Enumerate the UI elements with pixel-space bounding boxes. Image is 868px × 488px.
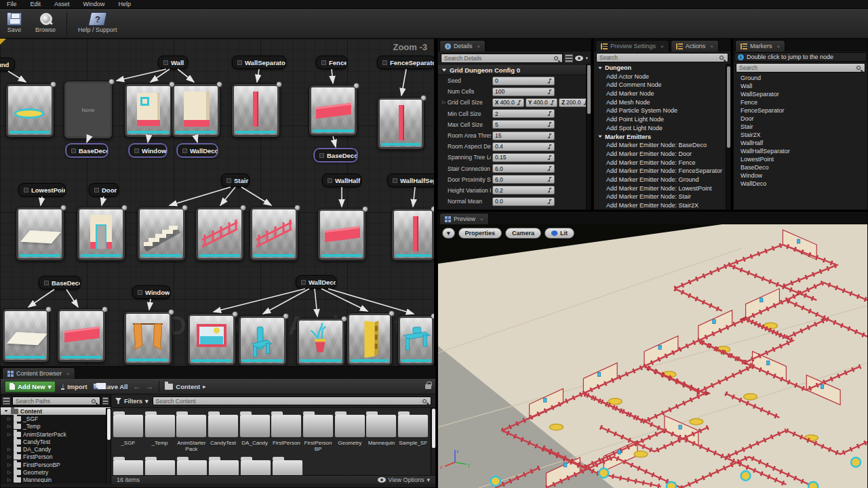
- marker-item-wallhalf[interactable]: WallHalf: [734, 139, 867, 147]
- property-field[interactable]: 0.0: [492, 197, 555, 206]
- node-checkbox[interactable]: [44, 281, 49, 285]
- node-pin[interactable]: [50, 81, 56, 87]
- markers-search-input[interactable]: Search: [736, 63, 865, 73]
- folder-sample_sf[interactable]: Sample_SF: [397, 409, 429, 452]
- marker-item-fence[interactable]: Fence: [734, 98, 867, 106]
- node-checkbox[interactable]: [163, 60, 168, 65]
- marker-item-stair2x[interactable]: Stair2X: [734, 131, 867, 139]
- marker-node-wallseparator[interactable]: WallSeparator: [232, 56, 286, 69]
- marker-node-stair[interactable]: Stair: [221, 174, 250, 187]
- mesh-node-none-1[interactable]: None: [64, 81, 113, 139]
- lock-icon[interactable]: [425, 384, 431, 389]
- folder-item[interactable]: [240, 455, 271, 475]
- action-item[interactable]: Add Marker Emitter Node: Ground: [594, 176, 730, 184]
- marker-item-wallhalfseparator[interactable]: WallHalfSeparator: [734, 147, 867, 155]
- folder-item[interactable]: [144, 455, 176, 475]
- property-expander[interactable]: ▷: [442, 100, 446, 105]
- asset-scrollbar[interactable]: [431, 408, 435, 475]
- actions-search-input[interactable]: Search: [596, 53, 728, 62]
- action-item[interactable]: Add Actor Node: [594, 73, 730, 81]
- marker-item-door[interactable]: Door: [734, 115, 867, 123]
- node-pin[interactable]: [240, 205, 246, 211]
- view-options-button[interactable]: View Options▾: [378, 476, 430, 483]
- action-item[interactable]: Add Marker Emitter Node: BaseDeco: [594, 141, 730, 150]
- marker-node-wallhalfseparator[interactable]: WallHalfSeparator: [387, 174, 435, 187]
- mesh-node-wall-3[interactable]: [172, 83, 220, 138]
- node-pin[interactable]: [431, 313, 435, 319]
- node-checkbox[interactable]: [226, 178, 231, 183]
- camera-button[interactable]: Camera: [505, 228, 541, 239]
- display-filter-icon[interactable]: [565, 54, 573, 62]
- tree-item-_sgf[interactable]: ▷_SGF: [1, 415, 111, 422]
- node-pin[interactable]: [362, 206, 368, 212]
- tree-root-content[interactable]: Content: [1, 407, 111, 415]
- folder-item[interactable]: [272, 455, 303, 475]
- tab-preview[interactable]: Preview×: [439, 213, 489, 224]
- marker-node-wall[interactable]: Wall: [158, 56, 188, 69]
- node-checkbox[interactable]: [382, 60, 387, 65]
- property-field[interactable]: 100: [492, 87, 555, 96]
- back-button[interactable]: ←: [133, 382, 140, 390]
- forward-button[interactable]: →: [146, 382, 153, 390]
- node-pin[interactable]: [389, 310, 395, 317]
- node-pin[interactable]: [216, 81, 222, 87]
- add-new-button[interactable]: Add New▾: [5, 381, 56, 392]
- action-item[interactable]: Add Spot Light Node: [594, 124, 730, 133]
- node-checkbox[interactable]: [24, 188, 28, 192]
- folder-geometry[interactable]: Geometry: [334, 409, 366, 452]
- mesh-node-rail-10[interactable]: [195, 207, 244, 261]
- mesh-node-pole-13[interactable]: [391, 208, 435, 261]
- import-button[interactable]: ↓ Import: [61, 383, 87, 390]
- marker-item-window[interactable]: Window: [734, 171, 867, 180]
- eye-caret[interactable]: ▾: [585, 56, 588, 61]
- node-pin[interactable]: [232, 311, 238, 317]
- node-checkbox[interactable]: [71, 148, 76, 153]
- marker-item-ground[interactable]: Ground: [734, 74, 867, 82]
- action-item[interactable]: Add Marker Emitter Node: FenceSeparator: [594, 167, 730, 176]
- vector-field-x[interactable]: X400.0: [492, 98, 524, 107]
- node-checkbox[interactable]: [182, 148, 187, 153]
- folder-_temp[interactable]: _Temp: [144, 409, 176, 452]
- mesh-node-pole-4[interactable]: [231, 83, 280, 138]
- tree-item-candytest[interactable]: CandyTest: [1, 438, 111, 445]
- lit-mode-button[interactable]: Lit: [545, 228, 574, 239]
- folder-item[interactable]: [176, 455, 208, 475]
- mesh-node-ground-0[interactable]: [5, 83, 54, 138]
- mesh-node-door-8[interactable]: [77, 207, 125, 261]
- tree-item-firstperson[interactable]: ▷FirstPerson: [1, 453, 111, 461]
- search-content-input[interactable]: Search Content: [153, 396, 431, 405]
- theme-graph-editor[interactable]: Zoom -3 Dungeon Architect NoneGroundWall…: [0, 39, 435, 366]
- marker-node-lowestpoint[interactable]: LowestPoint: [18, 183, 66, 197]
- marker-node-basedeco-1[interactable]: BaseDeco: [66, 144, 108, 157]
- property-field[interactable]: 15: [492, 131, 555, 140]
- marker-node-ground[interactable]: Ground: [0, 58, 15, 71]
- action-item[interactable]: Add Marker Emitter Node: Stair2X: [594, 201, 730, 210]
- properties-button[interactable]: Properties: [458, 228, 502, 239]
- marker-item-walldeco[interactable]: WallDeco: [734, 180, 867, 188]
- breadcrumb[interactable]: Content ▸: [165, 383, 205, 390]
- details-search-input[interactable]: Search Details: [441, 54, 563, 63]
- vector-field-y[interactable]: Y400.0: [526, 98, 557, 107]
- marker-item-stair[interactable]: Stair: [734, 123, 867, 131]
- marker-item-fenceseparator[interactable]: FenceSeparator: [734, 106, 867, 115]
- mesh-node-floor-14[interactable]: [2, 308, 50, 363]
- mesh-node-box-15[interactable]: [57, 308, 106, 363]
- folder-item[interactable]: [113, 455, 144, 475]
- search-paths-input[interactable]: Search Paths: [12, 396, 100, 405]
- mesh-node-box-5[interactable]: [309, 85, 357, 136]
- mesh-node-box-12[interactable]: [317, 208, 366, 261]
- node-checkbox[interactable]: [301, 280, 306, 285]
- property-field[interactable]: 0.4: [492, 142, 555, 151]
- save-button[interactable]: Save: [0, 11, 28, 35]
- folder-candytest[interactable]: CandyTest: [208, 409, 239, 452]
- viewport-options-button[interactable]: ▾: [442, 228, 455, 239]
- node-checkbox[interactable]: [237, 60, 242, 65]
- folder-_sgf[interactable]: _SGF: [113, 409, 144, 452]
- menu-edit[interactable]: Edit: [24, 1, 48, 7]
- node-pin[interactable]: [420, 95, 427, 101]
- action-item[interactable]: Add Marker Emitter Node: Door: [594, 150, 730, 159]
- tree-item-mannequin[interactable]: ▷Mannequin: [1, 476, 111, 483]
- tab-content-browser[interactable]: Content Browser×: [2, 367, 75, 379]
- tab-preview-settings[interactable]: Preview Settings×: [595, 40, 669, 52]
- node-pin[interactable]: [45, 306, 52, 312]
